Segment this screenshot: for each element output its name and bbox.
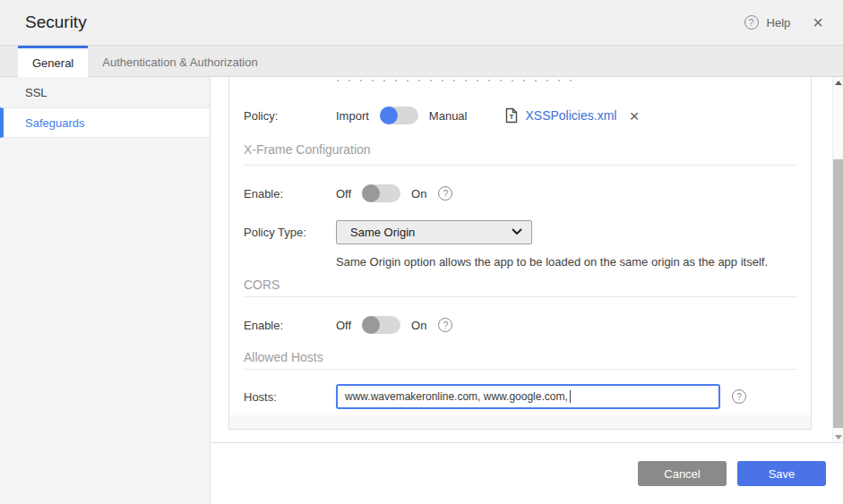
save-button[interactable]: Save (737, 461, 826, 486)
svg-text:T: T (510, 113, 514, 121)
cors-enable-help-icon[interactable]: ? (438, 318, 452, 332)
policy-type-select[interactable]: Same Origin (336, 220, 532, 244)
cors-on-label: On (411, 319, 426, 332)
security-dialog: Security ? Help × General Authentication… (0, 0, 843, 504)
xframe-enable-help-icon[interactable]: ? (438, 186, 452, 201)
page-title: Security (25, 13, 87, 32)
section-title-cors: CORS (244, 276, 797, 294)
cors-enable-label: Enable: (244, 319, 336, 332)
help-link[interactable]: Help (767, 16, 791, 30)
scrollbar-up-arrow[interactable] (833, 77, 843, 88)
tab-bar: General Authentication & Authorization (0, 46, 843, 77)
section-title-allowed-hosts: Allowed Hosts (244, 348, 797, 366)
policy-row: Policy: Import Manual T XSSP (244, 96, 797, 135)
footer-divider (211, 442, 843, 443)
toggle-knob (362, 316, 380, 334)
policy-type-description-row: Same Origin option allows the app to be … (244, 253, 797, 268)
dialog-header: Security ? Help × (0, 0, 843, 46)
help-icon[interactable]: ? (744, 15, 759, 30)
xframe-enable-row: Enable: Off On ? (244, 174, 797, 213)
hosts-row: Hosts: www.wavemakeronline.com, www.goog… (244, 377, 797, 416)
tab-authentication-authorization[interactable]: Authentication & Authorization (88, 46, 271, 76)
policy-file-link[interactable]: XSSPolicies.xml (525, 108, 616, 123)
policy-type-row: Policy Type: Same Origin (244, 219, 797, 244)
hosts-help-icon[interactable]: ? (732, 389, 746, 404)
vertical-scrollbar[interactable] (832, 77, 843, 442)
tab-general[interactable]: General (18, 46, 88, 77)
policy-import-label: Import (336, 109, 369, 123)
close-icon[interactable]: × (813, 13, 823, 31)
policy-import-manual-toggle[interactable] (380, 107, 418, 124)
dialog-body: SSL Safeguards Policy: Import (0, 77, 843, 504)
hosts-label: Hosts: (244, 390, 336, 404)
xframe-enable-label: Enable: (244, 187, 336, 201)
triangle-down-icon (835, 435, 842, 440)
policy-type-description: Same Origin option allows the app to be … (336, 255, 768, 269)
scrollbar-down-arrow[interactable] (833, 431, 843, 442)
xframe-on-label: On (411, 187, 426, 201)
panel-bottom-strip (229, 415, 811, 429)
hosts-input[interactable]: www.wavemakeronline.com, www.google.com, (336, 384, 720, 409)
toggle-knob (362, 184, 380, 202)
policy-type-label: Policy Type: (244, 226, 336, 239)
header-actions: ? Help × (744, 13, 823, 31)
main-area: Policy: Import Manual T XSSP (211, 77, 843, 504)
section-title-xframe: X-Frame Configuration (244, 141, 797, 158)
scrollbar-thumb[interactable] (833, 159, 843, 428)
text-caret (570, 390, 571, 403)
settings-form: Policy: Import Manual T XSSP (229, 78, 811, 416)
cors-off-label: Off (336, 319, 351, 332)
xml-file-icon: T (504, 107, 519, 124)
toggle-knob (380, 107, 398, 124)
xframe-enable-toggle[interactable] (362, 184, 400, 202)
sidebar-item-ssl[interactable]: SSL (0, 77, 210, 107)
clipped-row-above (244, 78, 797, 83)
divider (244, 369, 797, 370)
xframe-off-label: Off (336, 187, 351, 201)
policy-label: Policy: (244, 109, 336, 123)
clipped-text-fragment (337, 80, 575, 81)
hosts-input-value: www.wavemakeronline.com, www.google.com, (345, 390, 568, 403)
cancel-button[interactable]: Cancel (638, 461, 727, 486)
settings-scroll-panel: Policy: Import Manual T XSSP (228, 77, 812, 430)
sidebar: SSL Safeguards (0, 77, 211, 504)
policy-file-chip: T XSSPolicies.xml × (504, 107, 639, 124)
remove-file-icon[interactable]: × (629, 107, 639, 124)
divider (244, 296, 797, 297)
divider (244, 165, 797, 166)
cors-enable-row: Enable: Off On ? (244, 305, 797, 345)
chevron-down-icon (512, 228, 522, 235)
triangle-up-icon (835, 81, 842, 85)
sidebar-item-safeguards[interactable]: Safeguards (0, 107, 210, 138)
policy-type-selected-value: Same Origin (350, 226, 512, 239)
cors-enable-toggle[interactable] (362, 316, 400, 334)
policy-manual-label: Manual (429, 109, 468, 123)
